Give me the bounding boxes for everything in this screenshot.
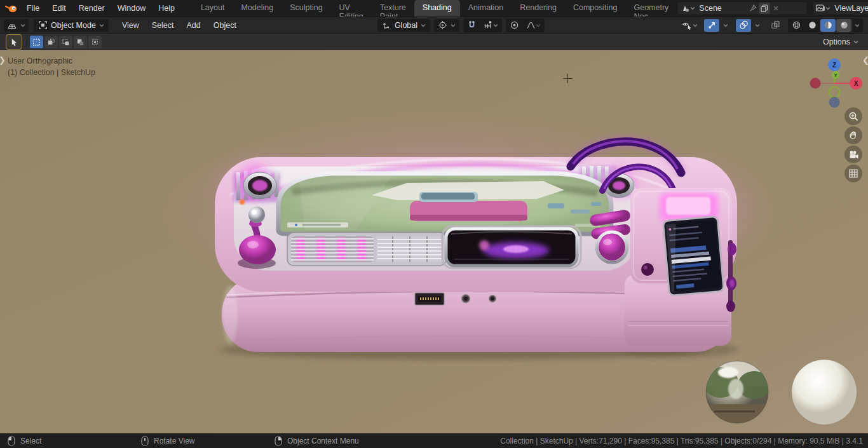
menu-view[interactable]: View [116,19,145,32]
chevron-down-icon [693,24,698,27]
mouse-left-icon [8,436,15,446]
tab-modeling[interactable]: Modeling [233,0,281,17]
workspace-tabs: Layout Modeling Sculpting UV Editing Tex… [193,0,677,17]
camera-view-button[interactable] [844,146,862,163]
tab-animation[interactable]: Animation [460,0,512,17]
viewlayer-icon [815,4,825,13]
viewport-overlay-text: User Orthographic (1) Collection | Sketc… [8,55,95,78]
options-dropdown[interactable]: Options [819,36,862,48]
chevron-down-icon [723,24,728,27]
hand-icon [848,130,858,140]
tab-layout[interactable]: Layout [193,0,233,17]
menu-help[interactable]: Help [152,2,181,15]
scene-selector[interactable]: Scene [677,1,808,15]
grille-panel [287,233,446,266]
gizmo-axis-neg-x[interactable] [810,78,821,89]
shading-material-button[interactable] [820,19,836,32]
perspective-toggle-button[interactable] [844,165,862,182]
navigation-gizmo[interactable]: X Y Z [804,53,865,111]
zoom-button[interactable] [844,107,862,125]
menu-object[interactable]: Object [208,19,242,32]
menu-edit[interactable]: Edit [46,2,72,15]
gizmo-axis-neg-z[interactable] [829,97,840,108]
select-mode-invert[interactable] [74,36,87,48]
topbar: File Edit Render Window Help Layout Mode… [0,0,868,17]
magnet-icon [467,20,477,30]
tweak-tool-icon [10,37,19,47]
object-mode-icon [38,20,48,30]
magnifier-plus-icon [848,111,859,122]
tab-uv-editing[interactable]: UV Editing [331,0,372,17]
active-object-label: (1) Collection | SketchUp [8,67,95,78]
tab-compositing[interactable]: Compositing [565,0,625,17]
blender-logo-icon[interactable] [5,3,18,14]
transform-orientation-dropdown[interactable]: Global [377,19,430,32]
gizmo-x-label: X [854,80,858,87]
xray-toggle[interactable] [768,19,783,32]
chevron-down-icon [855,24,860,27]
tab-shading[interactable]: Shading [414,0,460,17]
tab-texture-paint[interactable]: Texture Paint [372,0,414,17]
chevron-down-icon [99,24,104,27]
wireframe-sphere-icon [792,20,801,30]
active-tool-tweak-button[interactable] [6,34,22,50]
gizmo-y-label: Y [834,73,837,78]
proportional-editing-toggle[interactable] [506,19,522,32]
editor-type-button[interactable] [4,19,29,32]
gizmo-z-label: Z [832,62,836,69]
pin-icon[interactable] [747,3,759,14]
mode-dropdown[interactable]: Object Mode [34,19,109,32]
viewport-canvas[interactable] [0,50,868,434]
viewport-header: Object Mode View Select Add Object Globa… [0,17,868,33]
tab-geometry-nodes[interactable]: Geometry Noc [625,0,677,17]
gizmo-dropdown[interactable] [721,19,731,32]
menu-select[interactable]: Select [146,19,180,32]
hint-rotate-view: Rotate View [141,434,194,448]
falloff-curve-icon [526,20,536,30]
shading-dropdown[interactable] [852,19,862,32]
select-mode-group [30,36,102,48]
shading-solid-button[interactable] [804,19,820,32]
overlays-icon [739,20,749,30]
select-mode-intersect[interactable] [88,36,102,48]
menu-window[interactable]: Window [111,2,152,15]
toy-screen [278,173,611,234]
viewlayer-selector[interactable]: ViewLayer [812,1,868,15]
select-mode-subtract[interactable] [59,36,72,48]
scene-icon [680,4,690,13]
rendered-sphere-icon [839,20,849,30]
pivot-point-dropdown[interactable] [434,19,459,32]
tool-settings-bar: Options [0,33,868,50]
snap-increment-icon [484,20,493,30]
eye-cursor-icon [682,20,693,30]
viewport-3d[interactable]: User Orthographic (1) Collection | Sketc… [0,50,868,434]
overlays-dropdown[interactable] [752,19,763,32]
show-object-types-dropdown[interactable] [680,19,699,32]
menu-render[interactable]: Render [72,2,111,15]
select-mode-extend[interactable] [44,36,58,48]
move-view-button[interactable] [844,126,862,144]
toolbar-expand-chevron[interactable]: ❯ [0,55,6,65]
snap-with-dropdown[interactable] [480,19,501,32]
select-mode-new[interactable] [30,36,43,48]
menu-file[interactable]: File [20,2,46,15]
model-toy-player[interactable] [159,111,775,360]
options-label: Options [823,37,850,46]
side-module [625,188,736,346]
tab-sculpting[interactable]: Sculpting [281,0,330,17]
show-overlays-toggle[interactable] [736,19,751,32]
unlink-scene-icon[interactable] [770,3,782,14]
snap-toggle[interactable] [464,19,479,32]
camera-icon [848,150,859,160]
chevron-down-icon [853,40,858,44]
chevron-down-icon [690,6,695,10]
shading-wireframe-button[interactable] [789,19,804,32]
new-scene-icon[interactable] [759,3,770,14]
gizmo-axis-neg-y[interactable] [829,87,840,98]
shading-rendered-button[interactable] [836,19,851,32]
menu-add[interactable]: Add [181,19,207,32]
pivot-icon [438,20,447,30]
show-gizmo-toggle[interactable] [704,19,719,32]
falloff-dropdown[interactable] [522,19,544,32]
tab-rendering[interactable]: Rendering [512,0,565,17]
